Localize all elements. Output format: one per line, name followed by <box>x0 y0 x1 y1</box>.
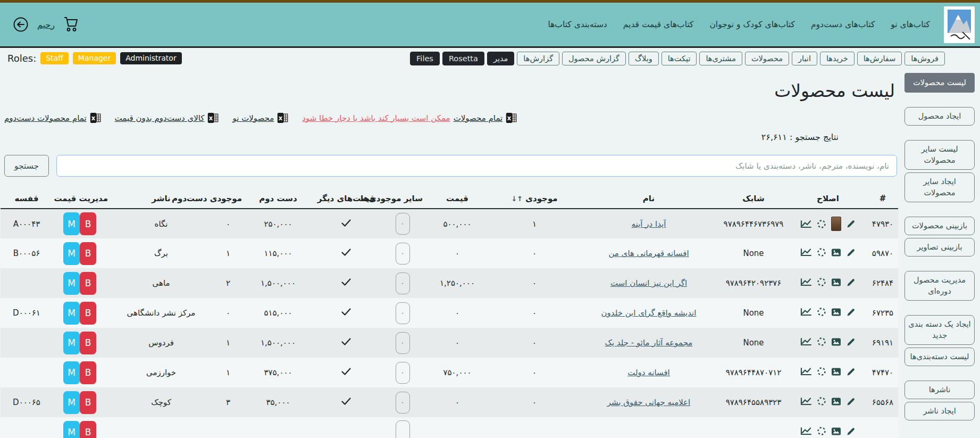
other-stock-box[interactable]: ۰ <box>396 243 410 265</box>
spinner-icon[interactable] <box>817 367 826 376</box>
price-b-button[interactable]: B <box>80 421 96 438</box>
book-thumbnail[interactable] <box>831 217 841 231</box>
nav-item-3[interactable]: کتاب‌های قیمت قدیم <box>623 20 694 29</box>
user-profile-link[interactable]: رحیم <box>37 20 55 30</box>
pencil-icon[interactable] <box>846 277 856 287</box>
chart-icon[interactable] <box>800 337 812 346</box>
spinner-icon[interactable] <box>817 396 826 406</box>
chart-icon[interactable] <box>800 277 812 287</box>
chart-icon[interactable] <box>800 367 812 376</box>
sidebar-item-5[interactable]: بازبینی تصاویر <box>904 238 975 257</box>
chart-icon[interactable] <box>800 426 812 436</box>
other-stock-box[interactable]: ۰ <box>396 392 410 414</box>
spinner-icon[interactable] <box>817 247 826 257</box>
chart-icon[interactable] <box>800 219 812 229</box>
image-icon[interactable] <box>831 278 841 287</box>
export-link-0[interactable]: xتمام محصولاتممکن است بسیار کند باشد یا … <box>302 112 517 123</box>
pencil-icon[interactable] <box>846 219 856 229</box>
export-link-3[interactable]: xتمام محصولات دست‌دوم <box>4 112 101 123</box>
price-m-button[interactable]: M <box>63 302 80 325</box>
nav-item-0[interactable]: کتاب‌های نو <box>891 20 930 29</box>
price-m-button[interactable]: M <box>63 421 80 438</box>
sort-arrows[interactable]: ↑↓ <box>511 195 523 203</box>
chart-icon[interactable] <box>800 307 812 317</box>
tab-3[interactable]: انبار <box>792 52 817 65</box>
pencil-icon[interactable] <box>846 307 856 317</box>
search-button[interactable]: جستجو <box>4 155 49 177</box>
tab-2[interactable]: خریدها <box>820 52 855 65</box>
spinner-icon[interactable] <box>817 219 826 229</box>
product-name-link[interactable]: اعلامیه جهانی حقوق بشر <box>607 398 691 407</box>
sidebar-item-3[interactable]: ایجاد سایر محصولات <box>904 172 975 202</box>
price-b-button[interactable]: B <box>80 242 96 265</box>
tab-1[interactable]: سفارش‌ها <box>857 52 902 65</box>
tab-10[interactable]: مدیر <box>487 52 514 65</box>
sidebar-item-9[interactable]: ناشرها <box>904 381 975 399</box>
pencil-icon[interactable] <box>846 337 856 347</box>
price-m-button[interactable]: M <box>63 332 80 354</box>
sidebar-item-0[interactable]: لیست محصولات <box>904 73 975 93</box>
sidebar-item-1[interactable]: ایجاد محصول <box>904 107 975 126</box>
tab-6[interactable]: تیکت‌ها <box>661 52 697 65</box>
image-icon[interactable] <box>831 427 841 436</box>
sidebar-item-7[interactable]: ایجاد یک دسته بندی جدید <box>904 315 975 345</box>
other-stock-box[interactable] <box>396 420 410 438</box>
nav-item-2[interactable]: کتاب‌های کودک و نوجوان <box>709 20 794 29</box>
nav-item-1[interactable]: کتاب‌های دست‌دوم <box>811 20 875 29</box>
sidebar-item-2[interactable]: لیست سایر محصولات <box>904 140 975 170</box>
other-stock-box[interactable]: ۰ <box>396 213 410 235</box>
image-icon[interactable] <box>831 337 841 346</box>
sidebar-item-8[interactable]: لیست دسته‌بندی‌ها <box>904 348 975 366</box>
tab-12[interactable]: Files <box>410 52 440 65</box>
spinner-icon[interactable] <box>817 307 826 317</box>
price-m-button[interactable]: M <box>63 212 80 235</box>
image-icon[interactable] <box>831 308 841 317</box>
price-b-button[interactable]: B <box>80 332 96 354</box>
cart-icon[interactable] <box>62 16 81 33</box>
spinner-icon[interactable] <box>817 337 826 346</box>
sidebar-item-4[interactable]: بازبینی محصولات <box>904 217 975 235</box>
pencil-icon[interactable] <box>846 367 856 377</box>
product-name-link[interactable]: مجموعه آثار مائو - جلد یک <box>605 338 693 348</box>
price-m-button[interactable]: M <box>63 272 80 295</box>
spinner-icon[interactable] <box>817 426 826 436</box>
tab-4[interactable]: محصولات <box>745 52 789 65</box>
nav-item-4[interactable]: دسته‌بندی کتاب‌ها <box>548 20 607 29</box>
spinner-icon[interactable] <box>817 277 826 287</box>
tab-11[interactable]: Rosetta <box>442 52 484 65</box>
chart-icon[interactable] <box>800 247 812 257</box>
product-name-link[interactable]: اگر این نیز انسان است <box>610 278 687 288</box>
back-icon[interactable] <box>12 15 30 34</box>
site-logo[interactable] <box>944 6 975 43</box>
product-name-link[interactable]: افسانه قهرمانی های من <box>608 249 689 258</box>
price-m-button[interactable]: M <box>63 391 80 414</box>
price-m-button[interactable]: M <box>63 242 80 265</box>
col-header-4[interactable]: موجودی↑↓ <box>490 191 579 209</box>
product-name-link[interactable]: آیدا در آینه <box>632 219 666 229</box>
export-link-1[interactable]: xمحصولات نو <box>232 112 288 123</box>
other-stock-box[interactable]: ۰ <box>396 362 410 384</box>
image-icon[interactable] <box>831 367 841 376</box>
pencil-icon[interactable] <box>846 426 856 436</box>
tab-7[interactable]: وبلاگ <box>629 52 659 65</box>
price-b-button[interactable]: B <box>80 361 96 384</box>
tab-8[interactable]: گزارش محصول <box>562 52 626 65</box>
other-stock-box[interactable]: ۰ <box>396 332 410 354</box>
pencil-icon[interactable] <box>846 247 856 258</box>
tab-5[interactable]: مشتری‌ها <box>699 52 742 65</box>
price-m-button[interactable]: M <box>63 361 80 384</box>
image-icon[interactable] <box>831 248 841 257</box>
product-name-link[interactable]: افسانه دولت <box>627 368 670 377</box>
image-icon[interactable] <box>831 397 841 406</box>
price-b-button[interactable]: B <box>80 272 96 295</box>
sidebar-item-10[interactable]: ایجاد ناشر <box>904 402 975 420</box>
other-stock-box[interactable]: ۰ <box>396 272 410 294</box>
product-name-link[interactable]: اندیشه واقع گرای ابن خلدون <box>601 308 697 318</box>
pencil-icon[interactable] <box>846 396 856 407</box>
chart-icon[interactable] <box>800 396 812 406</box>
tab-9[interactable]: گزارش‌ها <box>517 52 559 65</box>
search-input[interactable] <box>56 155 897 177</box>
export-link-2[interactable]: xکالای دست‌دوم بدون قیمت <box>115 112 219 123</box>
tab-0[interactable]: فروش‌ها <box>904 52 945 65</box>
price-b-button[interactable]: B <box>80 212 96 235</box>
